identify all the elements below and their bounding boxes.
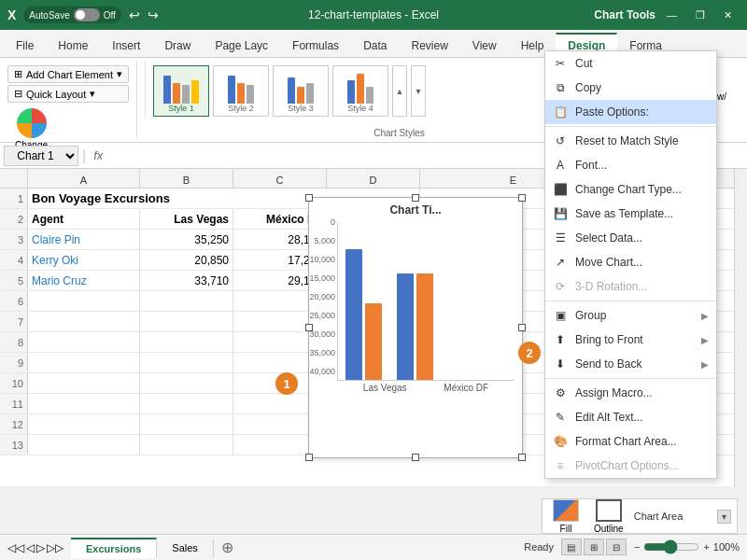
menu-item-send_back[interactable]: ⬇ Send to Back ▶ [545,352,716,376]
chart-handle-bl[interactable] [305,454,313,461]
cell-b11[interactable] [140,394,233,413]
col-header-c[interactable]: C [233,169,327,188]
col-header-d[interactable]: D [327,169,420,188]
tab-review[interactable]: Review [399,34,459,57]
page-break-button[interactable]: ⊟ [606,539,627,555]
chart-style-2[interactable]: Style 2 [213,65,269,117]
chart-style-1[interactable]: Style 1 [153,65,209,117]
menu-icon-move_chart: ↗ [553,255,568,270]
cell-b7[interactable] [140,312,233,331]
menu-item-paste[interactable]: 📋 Paste Options: [545,100,716,124]
last-sheet-icon[interactable]: ▷▷ [47,541,63,554]
cell-a4[interactable]: Kerry Oki [28,250,140,270]
col-header-a[interactable]: A [28,169,140,188]
menu-item-reset[interactable]: ↺ Reset to Match Style [545,129,716,153]
cell-b10[interactable] [140,373,233,393]
menu-item-cut[interactable]: ✂ Cut [545,51,716,76]
sheet-tab-sales[interactable]: Sales [157,539,214,557]
bar-lasvegas-orange [365,303,382,380]
zoom-slider[interactable] [643,539,699,554]
cell-a3[interactable]: Claire Pin [28,230,140,249]
tab-formulas[interactable]: Formulas [280,34,351,57]
autosave-switch[interactable] [74,8,100,21]
cell-a9[interactable] [28,353,140,372]
chart-style-4[interactable]: Style 4 [332,65,388,117]
menu-item-group[interactable]: ▣ Group ▶ [545,303,716,328]
restore-button[interactable]: ❐ [688,6,712,25]
undo-icon[interactable]: ↩ [129,7,140,22]
chart-style-3[interactable]: Style 3 [273,65,329,117]
add-sheet-button[interactable]: ⊕ [214,539,241,556]
layout-view-button[interactable]: ⊞ [584,539,604,555]
zoom-in-icon[interactable]: + [703,541,709,553]
zoom-out-icon[interactable]: − [634,541,640,553]
first-sheet-icon[interactable]: ◁◁ [7,541,24,554]
chart-style-scroll-down[interactable]: ▼ [411,65,426,117]
cell-a8[interactable] [28,332,140,352]
sheet-tab-excursions[interactable]: Excursions [71,538,157,558]
menu-item-font[interactable]: A Font... [545,153,716,177]
name-box[interactable]: Chart 1 [4,146,78,166]
cell-b3[interactable]: 35,250 [140,230,233,249]
menu-item-copy[interactable]: ⧉ Copy [545,76,716,100]
y-label: 10,000 [309,250,335,269]
tab-draw[interactable]: Draw [152,34,203,57]
close-button[interactable]: ✕ [716,6,740,25]
minimize-button[interactable]: — [659,6,684,24]
tab-insert[interactable]: Insert [100,34,152,57]
col-header-b[interactable]: B [140,169,233,188]
menu-item-select_data[interactable]: ☰ Select Data... [545,226,716,250]
autosave-toggle[interactable]: AutoSave Off [23,7,121,23]
prev-sheet-icon[interactable]: ◁ [26,541,35,554]
menu-item-macro[interactable]: ⚙ Assign Macro... [545,381,716,405]
menu-item-move_chart[interactable]: ↗ Move Chart... [545,250,716,274]
cell-a7[interactable] [28,312,140,331]
menu-item-bring_front[interactable]: ⬆ Bring to Front ▶ [545,328,716,352]
tab-view[interactable]: View [460,34,509,57]
cell-a6[interactable] [28,291,140,311]
tab-home[interactable]: Home [46,34,100,57]
tab-pagelayout[interactable]: Page Layc [203,34,280,57]
chart-handle-tc[interactable] [412,194,419,202]
outline-button[interactable]: Outline [589,495,628,539]
cell-b5[interactable]: 33,710 [140,271,233,290]
cell-a2[interactable]: Agent [28,209,140,229]
cell-b8[interactable] [140,332,233,352]
cell-b12[interactable] [140,414,233,434]
menu-item-alt_text[interactable]: ✎ Edit Alt Text... [545,405,716,429]
tab-file[interactable]: File [4,34,46,57]
menu-item-format_chart[interactable]: 🎨 Format Chart Area... [545,429,716,454]
chart-handle-tl[interactable] [305,194,313,202]
add-chart-element-button[interactable]: ⊞ Add Chart Element ▾ [7,65,129,83]
row-number: 13 [0,435,28,455]
chart-object[interactable]: Chart Ti... 40,000 35,000 30,000 25,000 … [308,197,523,458]
tab-data[interactable]: Data [351,34,399,57]
cell-a5[interactable]: Mario Cruz [28,271,140,290]
menu-label-alt_text: Edit Alt Text... [575,411,642,424]
cell-b13[interactable] [140,435,233,455]
menu-icon-select_data: ☰ [553,231,568,245]
row-number: 4 [0,250,28,270]
cell-a10[interactable] [28,373,140,393]
quick-layout-button[interactable]: ⊟ Quick Layout ▾ [7,85,129,103]
cell-b6[interactable] [140,291,233,311]
chart-handle-tr[interactable] [518,194,526,202]
fill-button[interactable]: Fill [548,495,584,539]
chart-handle-bc[interactable] [412,454,419,461]
vertical-scrollbar[interactable] [734,169,747,486]
menu-item-change_chart[interactable]: ⬛ Change Chart Type... [545,177,716,202]
sheet-nav-arrows[interactable]: ◁◁ ◁ ▷ ▷▷ [0,541,71,554]
chart-area-dropdown[interactable]: ▾ [717,510,731,524]
menu-item-save_template[interactable]: 💾 Save as Template... [545,202,716,226]
cell-b4[interactable]: 20,850 [140,250,233,270]
cell-b2[interactable]: Las Vegas [140,209,233,229]
cell-a13[interactable] [28,435,140,455]
cell-a11[interactable] [28,394,140,413]
next-sheet-icon[interactable]: ▷ [36,541,45,554]
redo-icon[interactable]: ↪ [148,7,159,22]
normal-view-button[interactable]: ▤ [561,539,582,555]
cell-b9[interactable] [140,353,233,372]
chart-style-scroll-up[interactable]: ▲ [392,65,407,117]
cell-a12[interactable] [28,414,140,434]
chart-handle-br[interactable] [518,454,526,461]
